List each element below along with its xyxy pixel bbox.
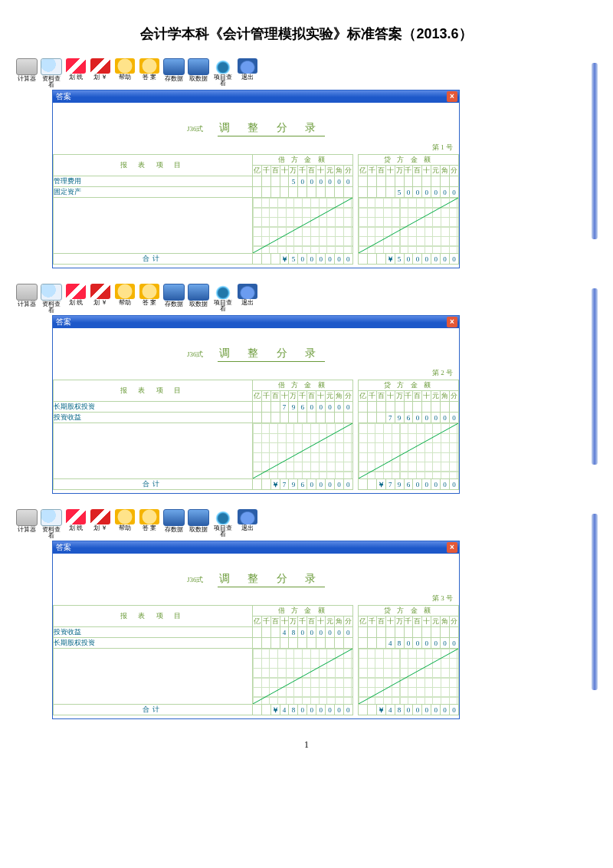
- digit-cell: 0: [307, 402, 316, 413]
- toolbar-search-button[interactable]: 资料查看: [40, 509, 63, 539]
- total-row: 合计 ￥79600000 ￥79600000: [54, 479, 459, 490]
- digit-cell: 0: [413, 187, 422, 198]
- digit-header: 元: [326, 166, 335, 176]
- toolbar-calc-button[interactable]: 计算器: [15, 58, 38, 88]
- digit-header: 元: [431, 616, 441, 627]
- digit-cell: 0: [335, 479, 344, 490]
- toolbar-search-button[interactable]: 资料查看: [40, 284, 63, 314]
- digit-cell: [450, 176, 459, 187]
- digit-cell: 6: [298, 479, 307, 490]
- close-icon[interactable]: ×: [447, 317, 457, 327]
- toolbar-label: 计算器: [18, 75, 36, 82]
- digit-cell: 0: [422, 413, 431, 423]
- toolbar-label: 划 线: [69, 524, 83, 531]
- toolbar-label: 划 线: [69, 299, 83, 306]
- digit-cell: 0: [413, 413, 422, 423]
- digit-cell: [270, 627, 280, 638]
- toolbar-exit-button[interactable]: 退出: [236, 58, 259, 88]
- digit-cell: 0: [298, 705, 307, 715]
- toolbar-pen1-button[interactable]: 划 线: [64, 284, 87, 314]
- item-cell: 投资收益: [54, 627, 253, 638]
- toolbar-pen2-button[interactable]: 划 ￥: [89, 509, 112, 539]
- form-code: J36式: [187, 124, 204, 134]
- toolbar-pen1-button[interactable]: 划 线: [64, 58, 87, 88]
- digit-cell: 0: [404, 254, 413, 265]
- digit-cell: 4: [280, 705, 289, 715]
- toolbar-calc-button[interactable]: 计算器: [15, 509, 38, 539]
- toolbar-pen2-button[interactable]: 划 ￥: [89, 58, 112, 88]
- scrollbar-thumb[interactable]: [592, 288, 598, 465]
- toolbar-ans-button[interactable]: 答 案: [138, 509, 161, 539]
- close-icon[interactable]: ×: [447, 542, 457, 553]
- digit-cell: 0: [450, 705, 459, 715]
- digit-header: 千: [404, 391, 413, 402]
- col-credit: 贷 方 金 额: [359, 606, 459, 616]
- digit-header: 角: [441, 391, 450, 402]
- toolbar-ans-button[interactable]: 答 案: [138, 284, 161, 314]
- digit-header: 角: [441, 166, 450, 176]
- digit-cell: [385, 176, 395, 187]
- toolbar-save-button[interactable]: 存数据: [162, 284, 185, 314]
- svg-line-5: [359, 649, 458, 704]
- digit-cell: [289, 638, 298, 649]
- digit-header: 千: [367, 391, 376, 402]
- calc-icon: [16, 509, 38, 526]
- digit-header: 分: [343, 166, 352, 176]
- toolbar-help-button[interactable]: 帮助: [113, 509, 136, 539]
- toolbar: 计算器 资料查看 划 线 划 ￥ 帮助 答 案 存数据 取数据: [15, 508, 598, 541]
- toolbar-pen2-button[interactable]: 划 ￥: [89, 284, 112, 314]
- toolbar-help-button[interactable]: 帮助: [113, 58, 136, 88]
- digit-cell: [252, 402, 261, 413]
- toolbar-pen1-button[interactable]: 划 线: [64, 509, 87, 539]
- digit-cell: [385, 187, 395, 198]
- scrollbar-thumb[interactable]: [592, 514, 598, 690]
- digit-cell: 0: [450, 187, 459, 198]
- load-icon: [188, 284, 209, 301]
- digit-cell: 0: [431, 479, 441, 490]
- digit-header: 角: [335, 166, 344, 176]
- window-title: 答案: [56, 543, 71, 551]
- digit-cell: [385, 627, 395, 638]
- toolbar-exit-button[interactable]: 退出: [236, 509, 259, 539]
- digit-header: 百: [376, 391, 385, 402]
- toolbar-view-button[interactable]: 项目查看: [211, 284, 234, 314]
- digit-cell: [450, 402, 459, 413]
- digit-cell: [270, 413, 280, 423]
- toolbar-help-button[interactable]: 帮助: [113, 284, 136, 314]
- toolbar-exit-button[interactable]: 退出: [236, 284, 259, 314]
- digit-cell: 0: [422, 187, 431, 198]
- ans-icon: [139, 58, 159, 74]
- digit-cell: 0: [335, 176, 344, 187]
- col-credit: 贷 方 金 额: [359, 380, 459, 391]
- digit-header: 百: [376, 616, 385, 627]
- digit-cell: [261, 479, 270, 490]
- scrollbar-thumb[interactable]: [592, 63, 598, 239]
- digit-header: 分: [450, 391, 459, 402]
- digit-cell: 8: [395, 638, 404, 649]
- digit-cell: [270, 254, 280, 265]
- close-icon[interactable]: ×: [447, 91, 457, 102]
- toolbar-save-button[interactable]: 存数据: [162, 509, 185, 539]
- digit-cell: 0: [441, 705, 450, 715]
- toolbar-view-button[interactable]: 项目查看: [211, 509, 234, 539]
- digit-cell: [404, 176, 413, 187]
- toolbar-load-button[interactable]: 取数据: [187, 284, 210, 314]
- item-cell: 管理费用: [54, 176, 253, 187]
- toolbar-load-button[interactable]: 取数据: [187, 58, 210, 88]
- digit-cell: [261, 627, 270, 638]
- digit-cell: [252, 479, 261, 490]
- toolbar-load-button[interactable]: 取数据: [187, 509, 210, 539]
- toolbar-calc-button[interactable]: 计算器: [15, 284, 38, 314]
- toolbar-label: 退出: [241, 524, 254, 531]
- toolbar-view-button[interactable]: 项目查看: [211, 58, 234, 88]
- toolbar-ans-button[interactable]: 答 案: [138, 58, 161, 88]
- digit-cell: [404, 402, 413, 413]
- toolbar-label: 计算器: [18, 301, 36, 307]
- answer-block: 计算器 资料查看 划 线 划 ￥ 帮助 答 案 存数据 取数据: [15, 508, 598, 719]
- toolbar-search-button[interactable]: 资料查看: [40, 58, 63, 88]
- toolbar-save-button[interactable]: 存数据: [162, 58, 185, 88]
- digit-cell: [367, 479, 376, 490]
- digit-cell: [395, 627, 404, 638]
- form-code: J36式: [187, 350, 204, 360]
- digit-header: 亿: [252, 166, 261, 176]
